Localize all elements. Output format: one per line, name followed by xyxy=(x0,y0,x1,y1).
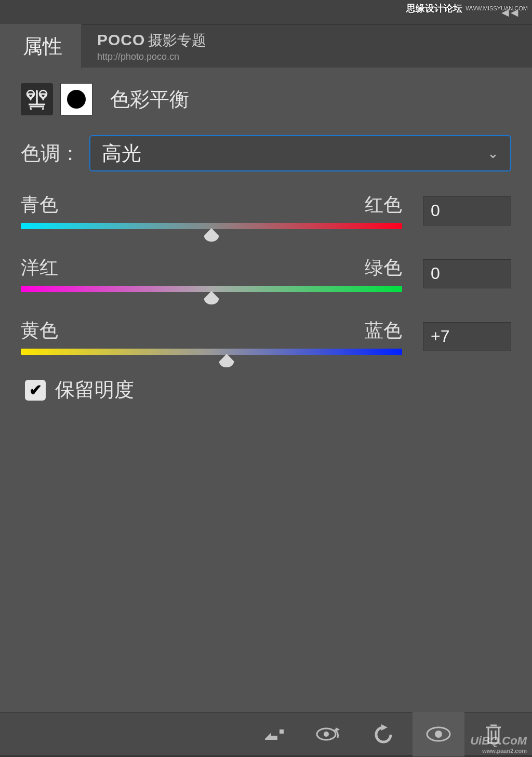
input-magenta-green[interactable] xyxy=(423,259,511,288)
label-yellow: 黄色 xyxy=(21,318,58,343)
track-yellow-blue[interactable] xyxy=(21,349,402,355)
adjustment-title: 色彩平衡 xyxy=(110,86,189,113)
svg-point-5 xyxy=(324,732,329,737)
slider-yellow-blue: 黄色 蓝色 xyxy=(21,318,511,355)
watermark-bottom: UiBQ.CoM www.paan2.com xyxy=(470,734,527,754)
sliders-group: 青色 红色 洋红 绿色 xyxy=(0,171,532,355)
track-cyan-red[interactable] xyxy=(21,223,402,229)
preserve-luminosity-label: 保留明度 xyxy=(55,377,134,403)
mask-dot xyxy=(67,90,86,109)
tone-select[interactable]: 高光 ⌄ xyxy=(89,135,511,171)
layer-mask-icon[interactable] xyxy=(60,83,92,115)
tone-selected-value: 高光 xyxy=(102,140,141,167)
brand-logo: POCO xyxy=(97,31,145,49)
tab-properties[interactable]: 属性 xyxy=(0,24,82,69)
visibility-button[interactable] xyxy=(413,712,464,756)
label-blue: 蓝色 xyxy=(365,318,402,343)
svg-marker-6 xyxy=(336,727,340,732)
reset-button[interactable] xyxy=(357,712,409,756)
label-magenta: 洋红 xyxy=(21,255,58,281)
panel-footer xyxy=(0,712,532,757)
color-balance-icon xyxy=(21,83,53,115)
tab-bar: 属性 POCO 摄影专题 http://photo.poco.cn xyxy=(0,25,532,68)
adjustment-header: 色彩平衡 xyxy=(0,68,532,121)
input-yellow-blue[interactable] xyxy=(423,322,511,351)
svg-marker-7 xyxy=(381,724,388,731)
view-previous-button[interactable] xyxy=(302,712,354,756)
track-magenta-green[interactable] xyxy=(21,286,402,292)
chevron-down-icon: ⌄ xyxy=(487,145,499,162)
brand-block: POCO 摄影专题 http://photo.poco.cn xyxy=(97,31,206,62)
svg-point-9 xyxy=(435,731,442,738)
slider-magenta-green: 洋红 绿色 xyxy=(21,255,511,292)
brand-tagline: 摄影专题 xyxy=(148,31,206,50)
brand-url: http://photo.poco.cn xyxy=(97,51,206,62)
slider-cyan-red: 青色 红色 xyxy=(21,192,511,229)
tone-label: 色调： xyxy=(21,140,80,167)
preserve-luminosity-checkbox[interactable]: ✔ xyxy=(25,380,46,401)
label-cyan: 青色 xyxy=(21,192,58,218)
watermark-top: 思缘设计论坛 WWW.MISSYUAN.COM xyxy=(406,2,528,15)
clip-to-layer-button[interactable] xyxy=(247,712,299,756)
checkmark-icon: ✔ xyxy=(29,381,42,399)
input-cyan-red[interactable] xyxy=(423,196,511,225)
label-green: 绿色 xyxy=(365,255,402,281)
label-red: 红色 xyxy=(365,192,402,218)
tone-row: 色调： 高光 ⌄ xyxy=(0,121,532,171)
preserve-luminosity-row: ✔ 保留明度 xyxy=(4,377,532,403)
